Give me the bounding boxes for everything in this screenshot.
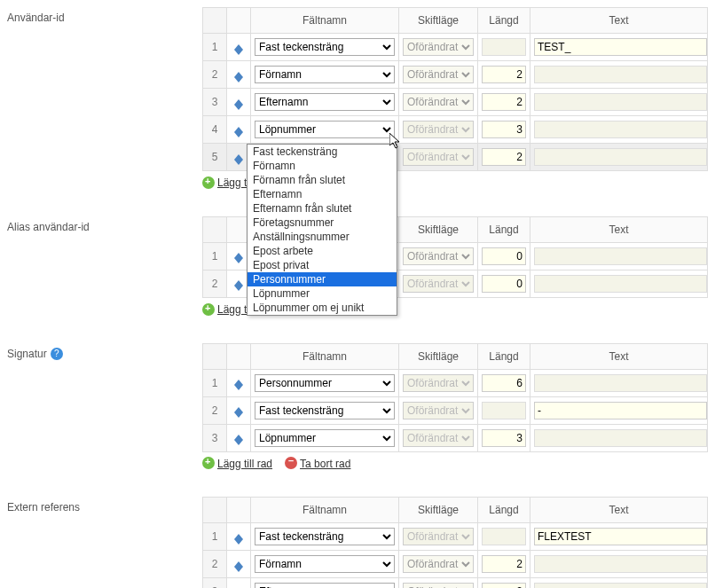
field-select[interactable]: Personnummer [255,374,395,392]
svg-marker-5 [234,105,243,110]
field-select[interactable]: Fast teckensträng [255,402,395,419]
table-row: 2FörnamnOförändrat [203,61,708,89]
length-input[interactable] [482,528,526,545]
dropdown-option[interactable]: Personnummer [248,272,397,286]
text-input[interactable] [534,93,707,111]
text-input[interactable] [534,275,707,293]
drag-handle-icon[interactable] [234,127,243,137]
drag-handle-icon[interactable] [234,407,243,418]
case-select[interactable]: Oförändrat [403,528,474,545]
field-select[interactable]: Löpnummer [255,121,395,138]
case-select[interactable]: Oförändrat [403,66,474,83]
text-input[interactable] [534,38,707,56]
help-icon[interactable]: ? [51,348,63,360]
svg-marker-19 [234,440,243,445]
length-input[interactable] [482,121,526,138]
text-input[interactable] [534,583,707,588]
text-input[interactable] [534,374,707,392]
text-input[interactable] [534,148,707,166]
add-row-link[interactable]: Lägg till rad [217,458,272,470]
case-select[interactable]: Oförändrat [403,555,474,573]
drag-handle-icon[interactable] [234,561,243,572]
field-select[interactable]: Fast teckensträng [255,528,395,545]
dropdown-option[interactable]: Förnamn [248,159,397,173]
text-input[interactable] [534,528,707,545]
length-input[interactable] [482,555,526,573]
dropdown-option[interactable]: Epost arbete [248,244,397,258]
length-input[interactable] [482,583,526,588]
dropdown-option[interactable]: Efternamn från slutet [248,201,397,216]
length-input[interactable] [482,374,526,392]
case-select[interactable]: Oförändrat [403,402,474,419]
field-select[interactable]: Efternamn [255,583,395,588]
case-select[interactable]: Oförändrat [403,148,474,166]
drag-handle-icon[interactable] [234,154,243,165]
dropdown-option[interactable]: Löpnummer om ej unikt [248,301,397,315]
drag-handle-icon[interactable] [234,44,243,55]
field-select[interactable]: Efternamn [255,93,395,111]
col-field: Fältnamn [251,8,399,34]
text-input[interactable] [534,247,707,265]
row-number: 2 [203,396,227,424]
length-input[interactable] [482,93,526,111]
length-input[interactable] [482,38,526,56]
length-input[interactable] [482,247,526,265]
case-select[interactable]: Oförändrat [403,247,474,265]
text-input[interactable] [534,555,707,573]
text-input[interactable] [534,429,707,447]
svg-marker-11 [234,258,243,263]
section-label-signatur: Signatur? [7,343,202,361]
col-num [203,216,227,242]
text-input[interactable] [534,121,707,138]
remove-row-link[interactable]: Ta bort rad [300,458,350,470]
table-row: 3EfternamnOförändrat [203,578,708,588]
dropdown-option[interactable]: Förnamn från slutet [248,173,397,187]
svg-marker-7 [234,132,243,137]
dropdown-option[interactable]: Efternamn [248,187,397,201]
drag-handle-icon[interactable] [234,280,243,291]
field-select[interactable]: Förnamn [255,66,395,83]
drag-handle-icon[interactable] [234,534,243,545]
col-case: Skiftläge [399,498,478,523]
svg-marker-9 [234,160,243,165]
drag-handle-icon[interactable] [234,253,243,263]
dropdown-option[interactable]: Löpnummer [248,286,397,301]
config-table-extern: FältnamnSkiftlägeLängdText1Fast teckenst… [202,497,708,588]
dropdown-option[interactable]: Anställningsnummer [248,230,397,244]
remove-icon [285,457,297,469]
length-input[interactable] [482,275,526,293]
drag-handle-icon[interactable] [234,72,243,82]
dropdown-option[interactable]: Fast teckensträng [248,145,397,159]
svg-marker-15 [234,385,243,390]
col-length: Längd [478,498,530,523]
text-input[interactable] [534,66,707,83]
dropdown-option[interactable]: Epost privat [248,258,397,272]
length-input[interactable] [482,148,526,166]
drag-handle-icon[interactable] [234,435,243,445]
length-input[interactable] [482,402,526,419]
length-input[interactable] [482,66,526,83]
case-select[interactable]: Oförändrat [403,93,474,111]
case-select[interactable]: Oförändrat [403,374,474,392]
text-input[interactable] [534,402,707,419]
col-case: Skiftläge [399,343,478,369]
length-input[interactable] [482,429,526,447]
field-select[interactable]: Löpnummer [255,429,395,447]
field-select[interactable]: Förnamn [255,555,395,573]
section-label-extern: Extern referens [7,497,202,514]
case-select[interactable]: Oförändrat [403,38,474,56]
field-select[interactable]: Fast teckensträng [255,38,395,56]
section-label-userid: Användar-id [7,7,202,24]
drag-handle-icon[interactable] [234,380,243,390]
case-select[interactable]: Oförändrat [403,275,474,293]
case-select[interactable]: Oförändrat [403,121,474,138]
col-length: Längd [478,343,530,369]
row-number: 5 [203,144,227,171]
case-select[interactable]: Oförändrat [403,583,474,588]
field-dropdown-open[interactable]: Fast teckensträngFörnamnFörnamn från slu… [247,144,397,316]
case-select[interactable]: Oförändrat [403,429,474,447]
table-row: 3EfternamnOförändrat [203,89,708,116]
col-num [203,343,227,369]
drag-handle-icon[interactable] [234,99,243,110]
dropdown-option[interactable]: Företagsnummer [248,216,397,230]
